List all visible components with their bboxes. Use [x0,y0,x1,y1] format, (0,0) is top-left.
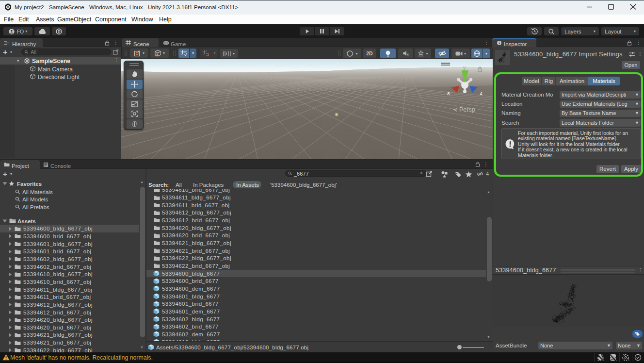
svg-text:z: z [480,90,483,96]
svg-text:y: y [463,65,466,70]
svg-text:x: x [447,90,450,96]
